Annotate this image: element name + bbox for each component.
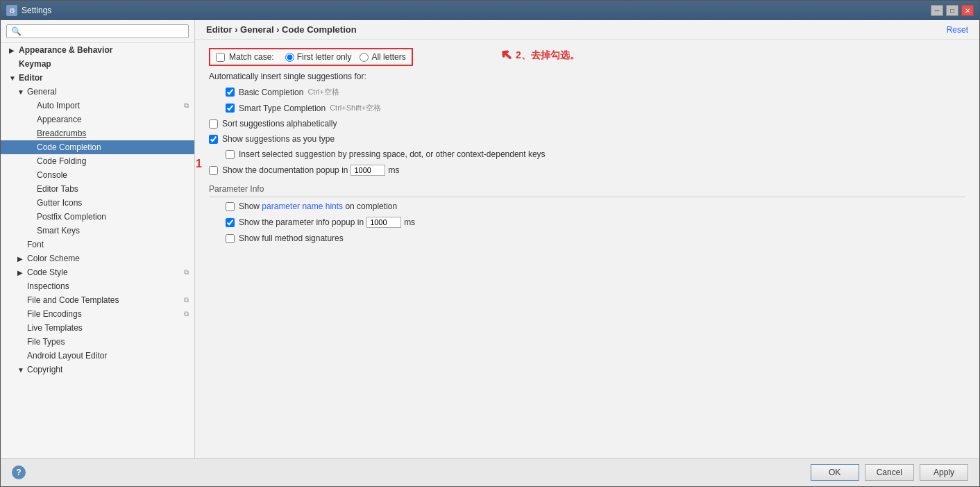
sidebar-item-copyright[interactable]: ▼ Copyright [1, 363, 194, 377]
body-area: 🔍 ▶ Appearance & Behavior Keymap ▼ Edito… [1, 20, 979, 458]
basic-completion-row: Basic Completion Ctrl+空格 [209, 87, 965, 97]
sidebar-item-gutter-icons[interactable]: Gutter Icons [1, 196, 194, 210]
content-body: Match case: First letter only All letter… [195, 40, 979, 458]
sidebar-item-label: Font [27, 240, 44, 249]
sidebar-item-keymap[interactable]: Keymap [1, 57, 194, 71]
sidebar-item-label: Code Completion [37, 142, 101, 152]
show-param-hints-checkbox[interactable] [226, 202, 235, 211]
auto-insert-label: Automatically insert single suggestions … [209, 72, 366, 81]
basic-completion-option[interactable]: Basic Completion Ctrl+空格 [226, 87, 339, 97]
sidebar-item-label: Auto Import [37, 101, 80, 110]
annotation-1-text: 1 [196, 158, 202, 170]
auto-insert-label-row: Automatically insert single suggestions … [209, 72, 965, 81]
window-controls: ─ □ ✕ [931, 5, 974, 16]
sidebar-item-console[interactable]: Console [1, 168, 194, 182]
sidebar-item-live-templates[interactable]: Live Templates [1, 321, 194, 335]
sidebar-item-label: Code Folding [37, 156, 86, 166]
show-doc-popup-ms-input[interactable] [350, 165, 385, 176]
window-icon: ⚙ [6, 5, 17, 16]
apply-button[interactable]: Apply [920, 464, 968, 481]
show-doc-popup-unit: ms [388, 165, 399, 175]
first-letter-label: First letter only [297, 52, 352, 62]
sidebar-item-font[interactable]: Font [1, 238, 194, 251]
smart-type-row: Smart Type Completion Ctrl+Shift+空格 [209, 103, 965, 113]
all-letters-label: All letters [371, 52, 405, 62]
show-param-popup-checkbox[interactable] [226, 218, 235, 227]
sort-suggestions-option[interactable]: Sort suggestions alphabetically [209, 119, 337, 129]
copy-icon: ⧉ [184, 296, 189, 304]
basic-completion-shortcut: Ctrl+空格 [307, 87, 339, 97]
help-button[interactable]: ? [12, 465, 26, 479]
sidebar-item-breadcrumbs[interactable]: Breadcrumbs [1, 126, 194, 140]
all-letters-radio[interactable] [360, 53, 369, 62]
ok-button[interactable]: OK [811, 464, 859, 481]
sidebar-item-appearance-behavior[interactable]: ▶ Appearance & Behavior [1, 43, 194, 57]
sidebar-item-code-completion[interactable]: Code Completion [1, 140, 194, 154]
sidebar-item-label: Keymap [19, 59, 51, 69]
sidebar-item-appearance[interactable]: Appearance [1, 113, 194, 126]
insert-selected-checkbox[interactable] [226, 150, 235, 159]
show-doc-popup-option[interactable]: Show the documentation popup in ms [209, 165, 399, 176]
sidebar-item-code-folding[interactable]: Code Folding [1, 154, 194, 168]
sidebar-item-postfix-completion[interactable]: Postfix Completion [1, 210, 194, 224]
sort-suggestions-checkbox[interactable] [209, 119, 218, 129]
search-wrapper[interactable]: 🔍 [6, 24, 189, 38]
sidebar-item-file-encodings[interactable]: File Encodings ⧉ [1, 307, 194, 321]
sidebar-item-label: Code Style [27, 267, 68, 277]
title-bar: ⚙ Settings ─ □ ✕ [1, 1, 979, 20]
arrow-icon: ▶ [9, 47, 16, 54]
sidebar-item-label: Smart Keys [37, 226, 80, 236]
cancel-button[interactable]: Cancel [865, 464, 914, 481]
sidebar-item-android-layout-editor[interactable]: Android Layout Editor [1, 349, 194, 363]
sidebar-item-label: Appearance [37, 115, 82, 124]
sidebar-item-editor[interactable]: ▼ Editor [1, 71, 194, 85]
show-full-method-option[interactable]: Show full method signatures [226, 233, 344, 243]
basic-completion-label: Basic Completion [239, 88, 303, 97]
sidebar-item-auto-import[interactable]: Auto Import ⧉ [1, 99, 194, 113]
match-case-option[interactable]: Match case: [216, 52, 280, 62]
sidebar-item-code-style[interactable]: ▶ Code Style ⧉ [1, 265, 194, 279]
parameter-info-section-title: Parameter Info [209, 184, 965, 197]
show-param-popup-option[interactable]: Show the parameter info popup in ms [226, 217, 415, 228]
match-case-checkbox[interactable] [216, 53, 225, 62]
arrow-icon: ▶ [17, 269, 24, 276]
sidebar-item-general[interactable]: ▼ General [1, 85, 194, 99]
sidebar-item-label: Android Layout Editor [27, 351, 107, 361]
show-param-hints-option[interactable]: Show parameter name hints on completion [226, 201, 397, 211]
close-button[interactable]: ✕ [961, 5, 974, 16]
arrow-icon: ▼ [9, 74, 16, 82]
reset-button[interactable]: Reset [947, 25, 968, 35]
show-param-popup-unit: ms [404, 217, 415, 227]
sidebar-item-file-types[interactable]: File Types [1, 335, 194, 349]
all-letters-option[interactable]: All letters [360, 52, 405, 62]
sidebar-item-label: Live Templates [27, 323, 83, 333]
show-full-method-checkbox[interactable] [226, 234, 235, 243]
minimize-button[interactable]: ─ [931, 5, 943, 16]
first-letter-only-option[interactable]: First letter only [285, 52, 352, 62]
arrow-icon: ▶ [17, 255, 24, 263]
show-suggestions-option[interactable]: Show suggestions as you type [209, 134, 335, 144]
first-letter-radio[interactable] [285, 53, 294, 62]
show-doc-popup-checkbox[interactable] [209, 166, 218, 175]
show-suggestions-checkbox[interactable] [209, 135, 218, 144]
show-doc-popup-row: Show the documentation popup in ms [209, 165, 965, 176]
smart-type-option[interactable]: Smart Type Completion Ctrl+Shift+空格 [226, 103, 381, 113]
search-bar: 🔍 [1, 20, 194, 43]
show-param-popup-row: Show the parameter info popup in ms [209, 217, 965, 228]
show-param-popup-ms-input[interactable] [366, 217, 401, 228]
sidebar-item-label: Postfix Completion [37, 212, 106, 222]
show-suggestions-row: Show suggestions as you type [209, 134, 965, 144]
sort-suggestions-row: Sort suggestions alphabetically [209, 119, 965, 129]
insert-selected-option[interactable]: Insert selected suggestion by pressing s… [226, 149, 546, 159]
maximize-button[interactable]: □ [946, 5, 958, 16]
basic-completion-checkbox[interactable] [226, 88, 235, 97]
sidebar-item-label: Gutter Icons [37, 198, 82, 208]
sidebar-item-smart-keys[interactable]: Smart Keys [1, 224, 194, 238]
sidebar-item-color-scheme[interactable]: ▶ Color Scheme [1, 251, 194, 265]
sidebar-item-file-code-templates[interactable]: File and Code Templates ⧉ [1, 293, 194, 307]
smart-type-checkbox[interactable] [226, 104, 235, 113]
sidebar-item-editor-tabs[interactable]: Editor Tabs [1, 182, 194, 196]
smart-type-shortcut: Ctrl+Shift+空格 [330, 103, 381, 113]
sidebar-item-inspections[interactable]: Inspections [1, 279, 194, 293]
search-input[interactable] [24, 26, 184, 36]
